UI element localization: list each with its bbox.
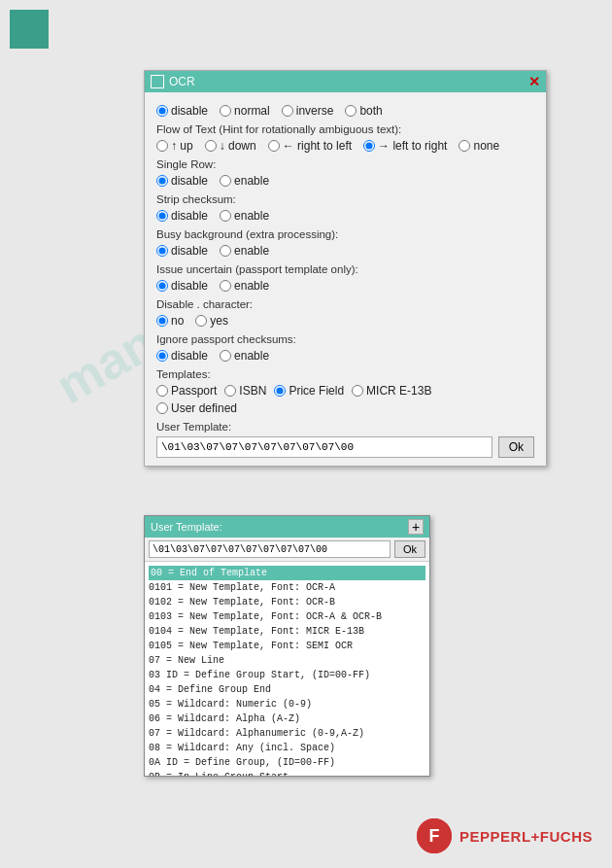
template-isbn-text: ISBN: [239, 384, 266, 398]
disable-dot-yes-label[interactable]: yes: [195, 314, 228, 328]
pepperl-logo-icon: F: [417, 818, 452, 853]
disable-dot-no-label[interactable]: no: [156, 314, 184, 328]
flow-rtl-text: ← right to left: [283, 139, 352, 153]
ocr-dialog: OCR ✕ disable normal inverse both Fl: [144, 70, 547, 467]
popup-content-line: 08 = Wildcard: Any (incl. Space): [149, 741, 425, 755]
mode-both-radio[interactable]: [345, 105, 357, 117]
ocr-icon: [151, 75, 164, 88]
template-pricefield-radio[interactable]: [274, 385, 286, 397]
strip-checksum-disable-label[interactable]: disable: [156, 209, 208, 223]
single-row-radio-row: disable enable: [156, 174, 534, 188]
mode-normal-label[interactable]: normal: [220, 104, 270, 118]
popup-ok-button[interactable]: Ok: [394, 540, 425, 558]
popup-content-line: 04 = Define Group End: [149, 682, 425, 697]
popup-content-line: 0104 = New Template, Font: MICR E-13B: [149, 624, 425, 639]
template-pricefield-text: Price Field: [289, 384, 344, 398]
mode-both-label[interactable]: both: [345, 104, 382, 118]
templates-section-label: Templates:: [156, 368, 534, 380]
strip-checksum-enable-text: enable: [234, 209, 269, 223]
popup-content-line: 07 = New Line: [149, 653, 425, 668]
disable-dot-no-text: no: [171, 314, 184, 328]
mode-both-text: both: [359, 104, 382, 118]
strip-checksum-label: Strip checksum:: [156, 193, 534, 205]
ignore-passport-radio-row: disable enable: [156, 349, 534, 363]
ignore-passport-enable-radio[interactable]: [220, 350, 231, 362]
ignore-passport-disable-radio[interactable]: [156, 350, 168, 362]
user-template-input[interactable]: [156, 436, 493, 458]
busy-bg-label: Busy background (extra processing):: [156, 228, 534, 240]
strip-checksum-enable-label[interactable]: enable: [220, 209, 269, 223]
ignore-passport-label: Ignore passport checksums:: [156, 333, 534, 345]
popup-content-line: 07 = Wildcard: Alphanumeric (0-9,A-Z): [149, 726, 425, 741]
flow-up-label[interactable]: ↑ up: [156, 139, 193, 153]
single-row-disable-radio[interactable]: [156, 175, 168, 187]
template-userdefined-row: User defined: [156, 401, 534, 415]
mode-disable-label[interactable]: disable: [156, 104, 208, 118]
issue-uncertain-enable-radio[interactable]: [220, 280, 231, 292]
template-micr-radio[interactable]: [352, 385, 363, 397]
mode-normal-text: normal: [234, 104, 270, 118]
single-row-label: Single Row:: [156, 158, 534, 170]
disable-dot-no-radio[interactable]: [156, 315, 168, 327]
single-row-disable-label[interactable]: disable: [156, 174, 208, 188]
issue-uncertain-disable-label[interactable]: disable: [156, 279, 208, 293]
strip-checksum-enable-radio[interactable]: [220, 210, 231, 222]
close-button[interactable]: ✕: [528, 74, 540, 89]
disable-dot-radio-row: no yes: [156, 314, 534, 328]
templates-radio-row: Passport ISBN Price Field MICR E-13B: [156, 384, 534, 398]
template-userdefined-radio[interactable]: [156, 402, 168, 414]
logo-text: PEPPERL+FUCHS: [459, 828, 593, 845]
disable-dot-label: Disable . character:: [156, 298, 534, 310]
ignore-passport-disable-label[interactable]: disable: [156, 349, 208, 363]
popup-input[interactable]: [149, 540, 391, 558]
dialog-title: OCR: [169, 75, 195, 88]
flow-radio-row: ↑ up ↓ down ← right to left → left to ri…: [156, 139, 534, 153]
busy-bg-disable-label[interactable]: disable: [156, 244, 208, 258]
template-passport-radio[interactable]: [156, 385, 168, 397]
strip-checksum-disable-radio[interactable]: [156, 210, 168, 222]
busy-bg-enable-label[interactable]: enable: [220, 244, 269, 258]
busy-bg-enable-text: enable: [234, 244, 269, 258]
flow-none-label[interactable]: none: [459, 139, 499, 153]
popup-content-line: 0B = In Line Group Start: [149, 770, 425, 776]
template-pricefield-label[interactable]: Price Field: [274, 384, 344, 398]
popup-content-line: 0105 = New Template, Font: SEMI OCR: [149, 639, 425, 653]
mode-inverse-radio[interactable]: [282, 105, 293, 117]
popup-content-line: 0101 = New Template, Font: OCR-A: [149, 580, 425, 595]
flow-none-radio[interactable]: [459, 140, 470, 152]
template-isbn-radio[interactable]: [224, 385, 236, 397]
popup-content-line: 05 = Wildcard: Numeric (0-9): [149, 697, 425, 712]
ok-button[interactable]: Ok: [498, 436, 534, 458]
issue-uncertain-radio-row: disable enable: [156, 279, 534, 293]
flow-rtl-label[interactable]: ← right to left: [268, 139, 352, 153]
busy-bg-enable-radio[interactable]: [220, 245, 231, 257]
template-userdefined-label[interactable]: User defined: [156, 401, 237, 415]
flow-down-radio[interactable]: [205, 140, 217, 152]
template-micr-label[interactable]: MICR E-13B: [352, 384, 431, 398]
user-template-section-label: User Template:: [156, 421, 534, 433]
mode-normal-radio[interactable]: [220, 105, 231, 117]
ignore-passport-enable-label[interactable]: enable: [220, 349, 269, 363]
template-micr-text: MICR E-13B: [366, 384, 431, 398]
disable-dot-yes-radio[interactable]: [195, 315, 207, 327]
mode-inverse-label[interactable]: inverse: [282, 104, 334, 118]
flow-ltr-radio[interactable]: [363, 140, 375, 152]
disable-dot-yes-text: yes: [210, 314, 228, 328]
issue-uncertain-disable-radio[interactable]: [156, 280, 168, 292]
flow-up-radio[interactable]: [156, 140, 168, 152]
flow-down-label[interactable]: ↓ down: [205, 139, 256, 153]
popup-plus-button[interactable]: +: [408, 519, 424, 535]
issue-uncertain-enable-label[interactable]: enable: [220, 279, 269, 293]
template-isbn-label[interactable]: ISBN: [224, 384, 266, 398]
single-row-enable-label[interactable]: enable: [220, 174, 269, 188]
busy-bg-disable-radio[interactable]: [156, 245, 168, 257]
single-row-disable-text: disable: [171, 174, 208, 188]
template-passport-label[interactable]: Passport: [156, 384, 217, 398]
popup-content-line: 06 = Wildcard: Alpha (A-Z): [149, 712, 425, 726]
mode-disable-radio[interactable]: [156, 105, 168, 117]
flow-ltr-label[interactable]: → left to right: [363, 139, 447, 153]
logo-section: F PEPPERL+FUCHS: [417, 818, 593, 853]
flow-rtl-radio[interactable]: [268, 140, 280, 152]
single-row-enable-radio[interactable]: [220, 175, 231, 187]
title-left: OCR: [151, 75, 195, 88]
